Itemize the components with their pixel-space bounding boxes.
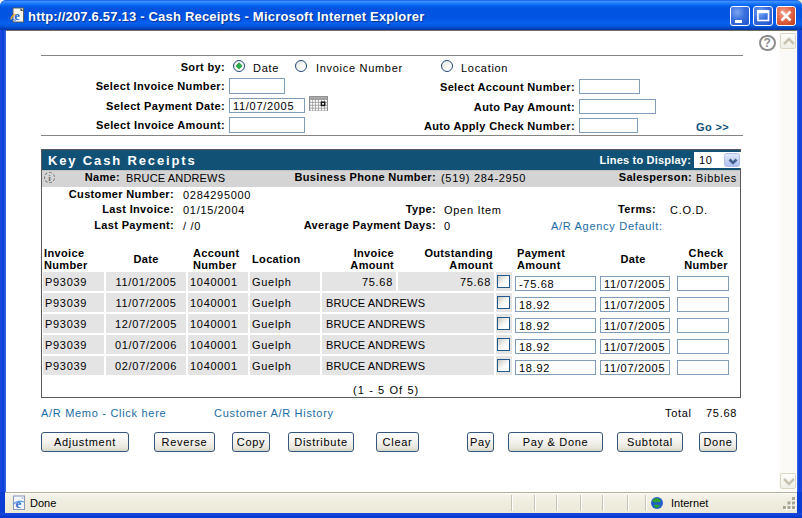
svg-text:e: e bbox=[16, 496, 22, 511]
svg-text:e: e bbox=[14, 9, 20, 23]
